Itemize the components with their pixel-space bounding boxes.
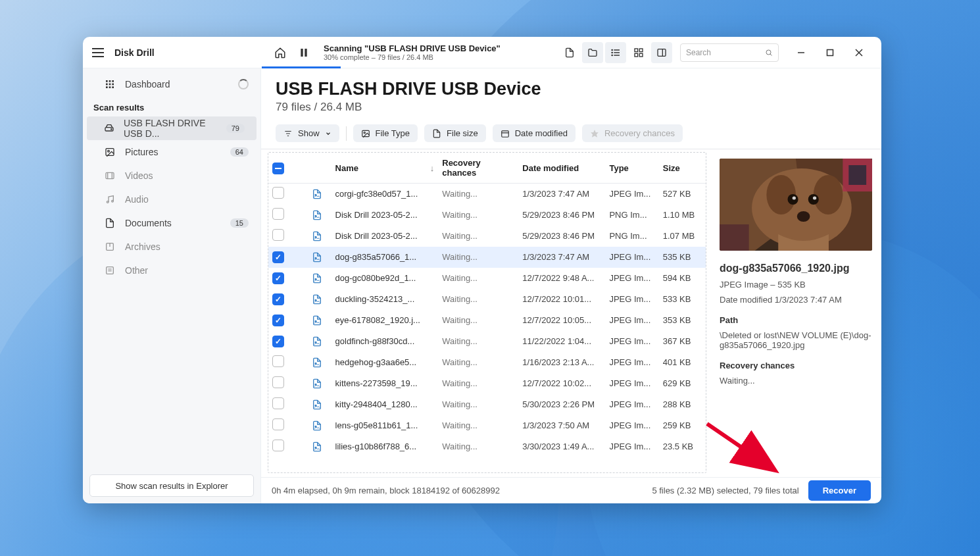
- row-checkbox[interactable]: [272, 229, 284, 241]
- table-row[interactable]: Disk Drill 2023-05-2...Waiting...5/29/20…: [268, 226, 706, 247]
- table-row[interactable]: duckling-3524213_...Waiting...12/7/2022 …: [268, 289, 706, 310]
- menu-icon[interactable]: [92, 45, 108, 61]
- minimize-button[interactable]: [787, 42, 816, 63]
- preview-panel: dog-g835a57066_1920.jpg JPEG Image – 535…: [710, 149, 881, 477]
- file-size-filter[interactable]: File size: [424, 124, 486, 142]
- sidebar: Dashboard Scan results USB FLASH DRIVE U…: [83, 68, 261, 503]
- recovery-chances-filter[interactable]: Recovery chances: [582, 124, 683, 142]
- column-type[interactable]: Type: [605, 153, 658, 184]
- sidebar-item-badge: 64: [230, 147, 249, 157]
- svg-point-7: [612, 55, 612, 55]
- file-type-icon: [312, 252, 322, 263]
- other-icon: [104, 265, 116, 276]
- cell-type: JPEG Im...: [605, 352, 658, 373]
- pause-icon[interactable]: [293, 42, 314, 63]
- scan-progress-text: 0h 4m elapsed, 0h 9m remain, block 18184…: [272, 486, 500, 495]
- cell-name: corgi-gfc38e0d57_1...: [331, 184, 439, 205]
- main-panel: USB FLASH DRIVE USB Device 79 files / 26…: [261, 68, 881, 503]
- table-row[interactable]: goldfinch-g88f30cd...Waiting...11/22/202…: [268, 331, 706, 352]
- loading-spinner-icon: [238, 79, 249, 89]
- cell-name: lilies-g10b86f788_6...: [331, 436, 439, 457]
- table-row[interactable]: Disk Drill 2023-05-2...Waiting...5/29/20…: [268, 205, 706, 226]
- row-checkbox[interactable]: [272, 293, 284, 305]
- row-checkbox[interactable]: [272, 187, 284, 199]
- sidebar-section-label: Scan results: [83, 96, 260, 116]
- cell-type: JPEG Im...: [605, 436, 658, 457]
- sidebar-item-pictures[interactable]: Pictures64: [83, 140, 260, 164]
- sidebar-item-documents[interactable]: Documents15: [83, 211, 260, 235]
- grid-view-icon[interactable]: [628, 42, 649, 63]
- sidebar-item-label: Videos: [125, 170, 153, 181]
- table-row[interactable]: kittens-2273598_19...Waiting...12/7/2022…: [268, 373, 706, 394]
- row-checkbox[interactable]: [272, 208, 284, 220]
- svg-point-71: [813, 197, 816, 200]
- table-row[interactable]: hedgehog-g3aa6e5...Waiting...1/16/2023 2…: [268, 352, 706, 373]
- file-type-icon: [312, 357, 322, 368]
- column-date[interactable]: Date modified: [518, 153, 605, 184]
- home-icon[interactable]: [270, 42, 291, 63]
- archive-icon: [104, 241, 116, 252]
- file-view-icon[interactable]: [559, 42, 580, 63]
- sidebar-item-label: Archives: [125, 241, 160, 252]
- maximize-button[interactable]: [816, 42, 845, 63]
- row-checkbox[interactable]: [272, 251, 284, 263]
- cell-date: 12/7/2022 10:02...: [518, 373, 605, 394]
- table-row[interactable]: kitty-2948404_1280...Waiting...5/30/2023…: [268, 394, 706, 415]
- sidebar-item-usb-flash-drive-usb-d-[interactable]: USB FLASH DRIVE USB D...79: [87, 116, 257, 140]
- preview-meta-date: Date modified 1/3/2023 7:47 AM: [720, 295, 872, 305]
- svg-point-30: [111, 129, 112, 130]
- selection-status: 5 files (2.32 MB) selected, 79 files tot…: [652, 486, 798, 495]
- row-checkbox[interactable]: [272, 376, 284, 388]
- cell-date: 12/7/2022 10:01...: [518, 289, 605, 310]
- cell-recovery: Waiting...: [438, 394, 518, 415]
- file-type-icon: [312, 442, 322, 452]
- column-size[interactable]: Size: [659, 153, 706, 184]
- sidebar-item-label: Audio: [125, 194, 149, 205]
- row-checkbox[interactable]: [272, 440, 284, 451]
- table-row[interactable]: lens-g05e811b61_1...Waiting...1/3/2023 7…: [268, 415, 706, 436]
- column-name[interactable]: Name ↓: [331, 153, 439, 184]
- app-window: Disk Drill Scanning "USB FLASH DRIVE USB…: [83, 37, 881, 503]
- sidebar-item-label: Dashboard: [125, 79, 170, 89]
- sidebar-item-audio[interactable]: Audio: [83, 188, 260, 211]
- sidebar-dashboard[interactable]: Dashboard: [83, 72, 260, 96]
- table-row[interactable]: dog-g835a57066_1...Waiting...1/3/2023 7:…: [268, 247, 706, 268]
- list-view-icon[interactable]: [605, 42, 626, 63]
- folder-view-icon[interactable]: [582, 42, 603, 63]
- close-button[interactable]: [845, 42, 873, 63]
- table-row[interactable]: dog-gc080be92d_1...Waiting...12/7/2022 9…: [268, 268, 706, 289]
- show-in-explorer-button[interactable]: Show scan results in Explorer: [89, 474, 254, 497]
- date-modified-filter[interactable]: Date modified: [493, 124, 576, 142]
- sidebar-item-archives[interactable]: Archives: [83, 235, 260, 259]
- panel-view-icon[interactable]: [651, 42, 672, 63]
- table-row[interactable]: eye-6178082_1920.j...Waiting...12/7/2022…: [268, 310, 706, 331]
- table-row[interactable]: lilies-g10b86f788_6...Waiting...3/30/202…: [268, 436, 706, 457]
- scan-title: Scanning "USB FLASH DRIVE USB Device": [324, 43, 501, 53]
- show-filter[interactable]: Show: [276, 124, 339, 142]
- recover-button[interactable]: Recover: [808, 480, 871, 501]
- file-type-icon: [312, 420, 322, 431]
- preview-image: [720, 159, 872, 251]
- table-row[interactable]: corgi-gfc38e0d57_1...Waiting...1/3/2023 …: [268, 184, 706, 205]
- svg-rect-8: [635, 49, 638, 52]
- cell-type: JPEG Im...: [605, 373, 658, 394]
- svg-point-72: [797, 211, 810, 222]
- svg-rect-48: [501, 130, 508, 136]
- row-checkbox[interactable]: [272, 315, 284, 326]
- row-checkbox[interactable]: [272, 355, 284, 367]
- sidebar-item-other[interactable]: Other: [83, 259, 260, 282]
- row-checkbox[interactable]: [272, 336, 284, 347]
- search-input[interactable]: Search: [680, 43, 779, 62]
- cell-size: 1.07 MB: [659, 226, 706, 247]
- cell-name: kittens-2273598_19...: [331, 373, 439, 394]
- row-checkbox[interactable]: [272, 418, 284, 430]
- svg-line-15: [770, 54, 772, 56]
- file-type-filter[interactable]: File Type: [353, 124, 418, 142]
- svg-rect-20: [106, 80, 108, 82]
- table-header-row: Name ↓ Recovery chances Date modified Ty…: [268, 153, 706, 184]
- column-recovery[interactable]: Recovery chances: [438, 153, 518, 184]
- sidebar-item-videos[interactable]: Videos: [83, 164, 260, 188]
- row-checkbox[interactable]: [272, 397, 284, 409]
- row-checkbox[interactable]: [272, 272, 284, 284]
- select-all-checkbox[interactable]: [272, 163, 284, 174]
